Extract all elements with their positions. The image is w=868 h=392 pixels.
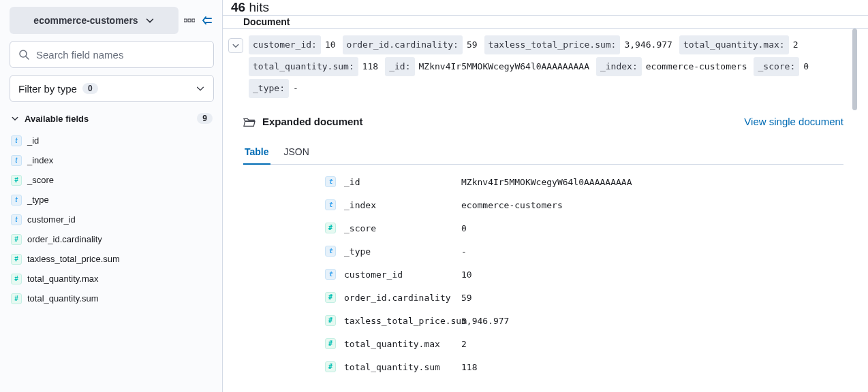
summary-value: 10 — [325, 36, 336, 54]
summary-key: taxless_total_price.sum: — [484, 35, 621, 54]
field-type-text-icon — [325, 246, 336, 257]
field-list: _id_index_score_typecustomer_idorder_id.… — [10, 131, 214, 308]
field-item[interactable]: total_quantity.max — [10, 269, 214, 289]
sidebar: ecommerce-customers — [0, 0, 223, 392]
field-item[interactable]: _id — [10, 131, 214, 150]
field-type-number-icon — [11, 234, 22, 245]
summary-value: - — [293, 80, 298, 97]
field-type-number-icon — [11, 293, 22, 304]
detail-field-name: _type — [339, 246, 461, 257]
detail-row[interactable]: customer_id10 — [243, 263, 843, 286]
summary-value: 0 — [803, 58, 809, 76]
svg-rect-0 — [184, 19, 187, 22]
field-type-number-icon — [11, 274, 22, 284]
document-area: customer_id:10order_id.cardinality:59tax… — [223, 29, 868, 392]
hits-header: 46 hits — [223, 0, 868, 16]
field-name: total_quantity.sum — [27, 293, 99, 304]
chevron-down-icon — [145, 16, 155, 25]
detail-row[interactable]: _indexecommerce-customers — [243, 193, 843, 216]
summary-kv: total_quantity.sum:118 — [249, 57, 378, 76]
field-search-input[interactable] — [36, 49, 205, 61]
detail-field-value: 10 — [461, 270, 843, 280]
detail-row[interactable]: order_id.cardinality59 — [243, 286, 843, 309]
field-item[interactable]: _score — [10, 170, 214, 190]
detail-field-value: 2 — [461, 339, 843, 349]
field-item[interactable]: order_id.cardinality — [10, 229, 214, 249]
summary-kv: _type: - — [249, 79, 298, 98]
field-item[interactable]: total_quantity.sum — [10, 289, 214, 308]
detail-field-name: order_id.cardinality — [339, 293, 461, 303]
expanded-detail-table: _idMZknv4Ir5MMOKWcegyW64l0AAAAAAAAA_inde… — [243, 170, 843, 378]
detail-row[interactable]: total_quantity.max2 — [243, 332, 843, 355]
tab-json[interactable]: JSON — [283, 141, 311, 164]
main: 46 hits Document customer_id:10order_id.… — [223, 0, 868, 392]
summary-kv: total_quantity.max:2 — [679, 35, 799, 54]
detail-field-name: total_quantity.max — [339, 339, 461, 349]
filter-count-badge: 0 — [82, 83, 98, 94]
hits-count: 46 — [231, 0, 245, 15]
field-type-text-icon — [11, 135, 22, 146]
field-name: _id — [27, 135, 39, 146]
summary-key: total_quantity.max: — [679, 35, 789, 54]
detail-field-value: - — [461, 246, 843, 257]
field-item[interactable]: _type — [10, 190, 214, 210]
summary-value: 2 — [793, 36, 799, 54]
field-name: _score — [27, 175, 54, 185]
chevron-down-icon — [196, 84, 205, 93]
svg-line-6 — [26, 56, 29, 59]
detail-row[interactable]: taxless_total_price.sum3,946.977 — [243, 309, 843, 332]
available-fields-count: 9 — [197, 113, 213, 124]
field-type-number-icon — [325, 223, 336, 233]
field-type-text-icon — [11, 195, 22, 206]
detail-field-value: 3,946.977 — [461, 316, 843, 326]
field-type-text-icon — [325, 269, 336, 280]
available-fields-label: Available fields — [25, 114, 191, 124]
field-name: customer_id — [27, 214, 76, 225]
detail-field-name: _id — [339, 177, 461, 187]
filter-by-type[interactable]: Filter by type 0 — [10, 75, 214, 102]
field-item[interactable]: customer_id — [10, 210, 214, 229]
add-indexpattern-icon[interactable] — [183, 14, 196, 27]
tab-table[interactable]: Table — [243, 141, 270, 164]
detail-row[interactable]: total_quantity.sum118 — [243, 355, 843, 378]
summary-kv: _id:MZknv4Ir5MMOKWcegyW64l0AAAAAAAAA — [385, 57, 589, 76]
summary-key: _type: — [249, 79, 289, 98]
field-type-number-icon — [325, 315, 336, 326]
chevron-down-icon — [11, 114, 19, 122]
summary-value: ecommerce-customers — [646, 58, 747, 76]
detail-field-value: 59 — [461, 293, 843, 303]
summary-kv: taxless_total_price.sum:3,946.977 — [484, 35, 672, 54]
field-item[interactable]: taxless_total_price.sum — [10, 249, 214, 269]
column-document-label: Document — [243, 16, 290, 27]
collapse-row-toggle[interactable] — [228, 38, 243, 53]
detail-field-value: 118 — [461, 362, 843, 372]
field-type-number-icon — [325, 338, 336, 349]
summary-kv: _score:0 — [754, 57, 809, 76]
field-type-number-icon — [325, 361, 336, 372]
detail-field-name: customer_id — [339, 270, 461, 280]
field-item[interactable]: _index — [10, 150, 214, 170]
field-name: _index — [27, 155, 53, 165]
summary-key: _index: — [596, 57, 642, 76]
detail-row[interactable]: _idMZknv4Ir5MMOKWcegyW64l0AAAAAAAAA — [243, 170, 843, 193]
field-type-text-icon — [325, 176, 336, 187]
field-search[interactable] — [10, 41, 214, 68]
scrollbar[interactable] — [852, 29, 857, 110]
summary-value: 3,946.977 — [624, 36, 672, 54]
detail-row[interactable]: _score0 — [243, 216, 843, 240]
expanded-document: Expanded document View single document T… — [226, 98, 843, 378]
summary-key: order_id.cardinality: — [343, 35, 463, 54]
detail-row[interactable]: _type - — [243, 240, 843, 263]
field-name: order_id.cardinality — [27, 234, 102, 244]
summary-value: 59 — [467, 36, 478, 54]
field-type-text-icon — [11, 214, 22, 225]
summary-kv: order_id.cardinality:59 — [343, 35, 478, 54]
view-single-document-link[interactable]: View single document — [744, 116, 843, 127]
field-type-number-icon — [11, 254, 22, 265]
field-name: _type — [27, 195, 49, 205]
collapse-sidebar-icon[interactable] — [200, 14, 214, 27]
detail-field-name: total_quantity.sum — [339, 362, 461, 372]
field-type-text-icon — [325, 199, 336, 210]
index-pattern-selector[interactable]: ecommerce-customers — [10, 7, 179, 34]
available-fields-header[interactable]: Available fields 9 — [10, 110, 214, 131]
